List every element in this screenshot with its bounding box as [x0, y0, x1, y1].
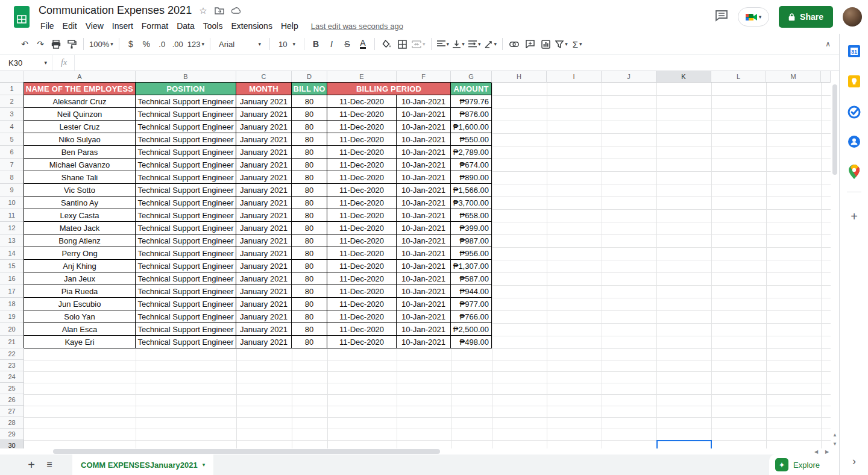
redo-button[interactable]: ↷ — [33, 36, 48, 52]
row-header-27[interactable]: 27 — [0, 406, 24, 417]
row-header-14[interactable]: 14 — [0, 247, 24, 260]
cell-C15[interactable]: January 2021 — [236, 260, 292, 272]
show-side-panel-icon[interactable]: › — [848, 455, 861, 468]
row-header-10[interactable]: 10 — [0, 197, 24, 209]
row-header-13[interactable]: 13 — [0, 234, 24, 247]
cell-G6[interactable]: ₱2,789.00 — [451, 146, 492, 159]
zoom-select[interactable]: 100%▾ — [87, 36, 115, 52]
row-header-2[interactable]: 2 — [0, 95, 24, 108]
cell-A7[interactable]: Michael Gavanzo — [24, 159, 136, 171]
text-wrap-button[interactable]: ▾ — [467, 36, 483, 52]
menu-file[interactable]: File — [36, 20, 58, 32]
cell-G8[interactable]: ₱890.00 — [451, 171, 492, 184]
cloud-saved-icon[interactable] — [231, 7, 242, 14]
horizontal-scroll-thumb[interactable] — [53, 449, 440, 454]
cell-G13[interactable]: ₱987.00 — [451, 234, 492, 247]
cell-G2[interactable]: ₱979.76 — [451, 95, 492, 108]
cell-E20[interactable]: 11-Dec-2020 — [327, 323, 397, 336]
cell-F6[interactable]: 10-Jan-2021 — [397, 146, 451, 159]
cell-B20[interactable]: Technical Support Engineer — [136, 323, 236, 336]
italic-button[interactable]: I — [324, 36, 339, 52]
cell-G9[interactable]: ₱1,566.00 — [451, 184, 492, 197]
insert-comment-button[interactable] — [522, 36, 538, 52]
row-header-16[interactable]: 16 — [0, 272, 24, 285]
cell-E13[interactable]: 11-Dec-2020 — [327, 234, 397, 247]
cell-G14[interactable]: ₱956.00 — [451, 247, 492, 260]
cell-C12[interactable]: January 2021 — [236, 222, 292, 234]
cell-F8[interactable]: 10-Jan-2021 — [397, 171, 451, 184]
row-header-22[interactable]: 22 — [0, 348, 24, 360]
row-header-8[interactable]: 8 — [0, 171, 24, 184]
comment-history-icon[interactable] — [715, 10, 728, 24]
cell-F14[interactable]: 10-Jan-2021 — [397, 247, 451, 260]
cell-C6[interactable]: January 2021 — [236, 146, 292, 159]
cell-G16[interactable]: ₱587.00 — [451, 272, 492, 285]
cell-G7[interactable]: ₱674.00 — [451, 159, 492, 171]
cell-E15[interactable]: 11-Dec-2020 — [327, 260, 397, 272]
row-header-6[interactable]: 6 — [0, 146, 24, 159]
cell-F20[interactable]: 10-Jan-2021 — [397, 323, 451, 336]
row-header-24[interactable]: 24 — [0, 371, 24, 383]
cell-A18[interactable]: Jun Escubio — [24, 298, 136, 310]
cell-B10[interactable]: Technical Support Engineer — [136, 197, 236, 209]
cell-E14[interactable]: 11-Dec-2020 — [327, 247, 397, 260]
cell-A4[interactable]: Lester Cruz — [24, 121, 136, 133]
cell-D7[interactable]: 80 — [292, 159, 327, 171]
cell-D20[interactable]: 80 — [292, 323, 327, 336]
meet-button[interactable]: ▾ — [738, 7, 769, 27]
select-all-corner[interactable] — [0, 71, 24, 83]
header-cell-B1[interactable]: POSITION — [136, 83, 236, 95]
cell-F3[interactable]: 10-Jan-2021 — [397, 108, 451, 121]
format-currency-button[interactable]: $ — [123, 36, 139, 52]
cell-F19[interactable]: 10-Jan-2021 — [397, 310, 451, 323]
cell-E8[interactable]: 11-Dec-2020 — [327, 171, 397, 184]
header-cell-G1[interactable]: AMOUNT — [451, 83, 492, 95]
cell-C16[interactable]: January 2021 — [236, 272, 292, 285]
cell-G4[interactable]: ₱1,600.00 — [451, 121, 492, 133]
cell-A10[interactable]: Santino Ay — [24, 197, 136, 209]
cell-C9[interactable]: January 2021 — [236, 184, 292, 197]
cell-A16[interactable]: Jan Jeux — [24, 272, 136, 285]
font-family-select[interactable]: Arial▾ — [214, 36, 266, 52]
menu-extensions[interactable]: Extensions — [227, 20, 276, 32]
menu-view[interactable]: View — [81, 20, 108, 32]
cell-E9[interactable]: 11-Dec-2020 — [327, 184, 397, 197]
cell-C10[interactable]: January 2021 — [236, 197, 292, 209]
cell-C21[interactable]: January 2021 — [236, 336, 292, 348]
selected-cell-K30[interactable] — [656, 440, 712, 448]
cell-B17[interactable]: Technical Support Engineer — [136, 285, 236, 298]
strikethrough-button[interactable]: S — [339, 36, 355, 52]
sheets-logo-icon[interactable] — [13, 5, 30, 28]
menu-help[interactable]: Help — [277, 20, 303, 32]
row-header-5[interactable]: 5 — [0, 133, 24, 146]
row-header-12[interactable]: 12 — [0, 222, 24, 234]
cell-D14[interactable]: 80 — [292, 247, 327, 260]
menu-insert[interactable]: Insert — [108, 20, 137, 32]
cell-G20[interactable]: ₱2,500.00 — [451, 323, 492, 336]
cell-D9[interactable]: 80 — [292, 184, 327, 197]
header-cell-C1[interactable]: MONTH — [236, 83, 292, 95]
header-cell-A1[interactable]: NAME OF THE EMPLOYESS — [24, 83, 136, 95]
cell-B14[interactable]: Technical Support Engineer — [136, 247, 236, 260]
cell-D12[interactable]: 80 — [292, 222, 327, 234]
cell-D5[interactable]: 80 — [292, 133, 327, 146]
cell-C17[interactable]: January 2021 — [236, 285, 292, 298]
column-header-M[interactable]: M — [766, 71, 821, 83]
cell-D18[interactable]: 80 — [292, 298, 327, 310]
row-header-28[interactable]: 28 — [0, 417, 24, 429]
cell-B11[interactable]: Technical Support Engineer — [136, 209, 236, 222]
cell-A6[interactable]: Ben Paras — [24, 146, 136, 159]
move-folder-icon[interactable] — [215, 7, 224, 14]
cell-B13[interactable]: Technical Support Engineer — [136, 234, 236, 247]
cell-E21[interactable]: 11-Dec-2020 — [327, 336, 397, 348]
cell-G3[interactable]: ₱876.00 — [451, 108, 492, 121]
header-cell-D1[interactable]: BILL NO — [292, 83, 327, 95]
row-header-1[interactable]: 1 — [0, 83, 24, 95]
cell-C20[interactable]: January 2021 — [236, 323, 292, 336]
cell-D8[interactable]: 80 — [292, 171, 327, 184]
row-header-29[interactable]: 29 — [0, 429, 24, 440]
increase-decimal-button[interactable]: .00 — [170, 36, 186, 52]
scroll-up-icon[interactable]: ▲ — [831, 430, 838, 439]
cell-C2[interactable]: January 2021 — [236, 95, 292, 108]
column-header-G[interactable]: G — [451, 71, 492, 83]
